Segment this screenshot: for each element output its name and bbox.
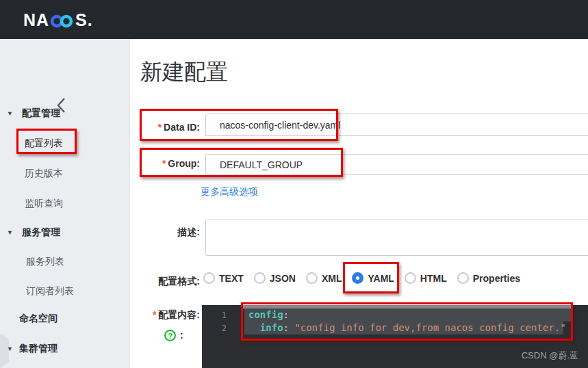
required-asterisk: * <box>153 309 156 320</box>
radio-unselected-icon[interactable] <box>405 272 416 284</box>
format-option-json[interactable]: JSON <box>254 272 296 284</box>
code-line-1: config: <box>248 309 289 320</box>
group-label: *Group: <box>130 158 200 169</box>
line-number: 2 <box>214 324 227 333</box>
required-asterisk: * <box>158 122 162 133</box>
description-label: 描述: <box>130 226 200 239</box>
sidebar-item-service-list[interactable]: 服务列表 <box>26 256 64 268</box>
caret-down-icon: ▼ <box>7 229 13 236</box>
data-id-input[interactable] <box>205 114 588 136</box>
format-label: 配置格式: <box>130 276 200 288</box>
format-option-xml[interactable]: XML <box>306 272 342 284</box>
help-colon: : <box>180 330 183 341</box>
more-advanced-options-link[interactable]: 更多高级选项 <box>201 186 258 198</box>
sidebar-item-config-management[interactable]: 配置管理 <box>22 107 60 120</box>
sidebar-item-cluster-management[interactable]: 集群管理 <box>19 343 57 355</box>
code-line-2: info: "config info for dev,from nacos co… <box>248 322 566 333</box>
format-option-yaml[interactable]: YAML <box>352 272 394 284</box>
radio-unselected-icon[interactable] <box>203 272 215 284</box>
sidebar-item-listen-query[interactable]: 监听查询 <box>25 198 63 210</box>
help-question-icon[interactable]: ? <box>164 330 176 341</box>
selection-highlight-line1 <box>244 308 572 321</box>
group-input[interactable] <box>205 154 588 175</box>
top-header-bar: NA S. <box>0 0 588 39</box>
sidebar-item-namespace[interactable]: 命名空间 <box>19 313 57 325</box>
format-option-text[interactable]: TEXT <box>203 272 244 284</box>
required-asterisk: * <box>162 158 166 169</box>
infinity-icon <box>50 14 75 29</box>
csdn-watermark: CSDN @蔚.蓝 <box>522 350 578 362</box>
radio-unselected-icon[interactable] <box>254 272 266 284</box>
description-textarea[interactable] <box>205 220 588 256</box>
page-title: 新建配置 <box>140 57 228 88</box>
sidebar-item-history-versions[interactable]: 历史版本 <box>25 168 63 180</box>
format-option-html[interactable]: HTML <box>405 272 447 284</box>
line-number: 1 <box>214 311 227 320</box>
sidebar-item-config-list[interactable]: 配置列表 <box>25 137 63 150</box>
caret-down-icon: ▼ <box>7 110 13 117</box>
caret-down-icon: ▼ <box>7 345 13 352</box>
sidebar-item-service-management[interactable]: 服务管理 <box>22 226 60 239</box>
nacos-logo: NA S. <box>23 10 93 30</box>
logo-text-prefix: NA <box>23 10 49 30</box>
config-content-label: *配置内容: <box>130 309 200 321</box>
radio-selected-icon[interactable] <box>352 272 363 284</box>
radio-unselected-icon[interactable] <box>306 272 318 284</box>
radio-unselected-icon[interactable] <box>457 272 469 284</box>
sidebar-item-subscriber-list[interactable]: 订阅者列表 <box>26 285 74 298</box>
config-format-radio-group: TEXT JSON XML YAML HTML Properties <box>203 272 520 284</box>
format-option-properties[interactable]: Properties <box>457 272 520 284</box>
logo-text-suffix: S. <box>75 10 93 30</box>
data-id-label: *Data ID: <box>130 122 200 133</box>
